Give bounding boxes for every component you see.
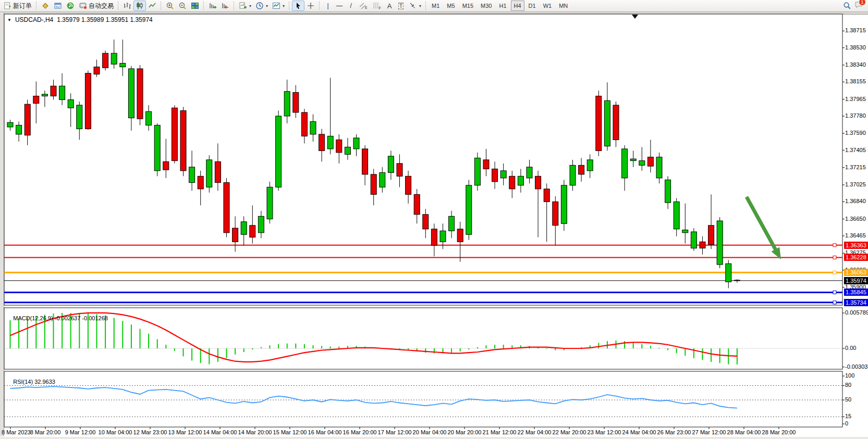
price-tick-label: 1.36465 xyxy=(845,232,866,239)
date-label: 14 Mar 04:00 xyxy=(203,429,237,435)
macd-label: MACD(12,26,9) -0.002637 -0.001268 xyxy=(7,309,108,328)
price-tick-label: 1.38155 xyxy=(845,78,866,84)
price-tick-label: 1.36840 xyxy=(845,198,866,204)
macd-axis-label: 0.00 xyxy=(845,345,856,351)
date-label: 16 Mar 20:00 xyxy=(343,429,377,435)
current-price-tag: 1.35974 xyxy=(844,277,868,284)
macd-main-value: -0.002637 xyxy=(55,315,81,321)
macd-axis-label: -0.003039 xyxy=(845,363,868,370)
level-price-tag[interactable]: 1.36063 xyxy=(844,269,868,276)
date-label: 10 Mar 04:00 xyxy=(99,429,132,435)
date-label: 26 Mar 23:00 xyxy=(657,429,691,435)
chart-symbol-period: USDCAD-,H4 xyxy=(15,16,53,23)
date-label: 8 Mar 20:00 xyxy=(30,429,61,435)
price-tick-label: 1.38340 xyxy=(845,61,866,68)
price-tick-label: 1.37405 xyxy=(845,147,866,153)
rsi-axis-label: 80 xyxy=(845,382,851,388)
rsi-value: 32.9633 xyxy=(34,379,55,385)
price-tick-label: 1.37215 xyxy=(845,164,866,170)
chart-canvas[interactable] xyxy=(0,0,868,439)
price-tick-label: 1.37780 xyxy=(845,112,866,119)
price-tick-label: 1.37965 xyxy=(845,96,866,102)
date-label: 20 Mar 20:00 xyxy=(448,429,482,435)
trading-platform-window: 新订单 自动交易 xyxy=(0,0,868,439)
rsi-axis-label: 0 xyxy=(845,420,848,427)
date-label: 28 Mar 04:00 xyxy=(727,429,761,435)
level-price-tag[interactable]: 1.35845 xyxy=(844,289,868,296)
date-label: 24 Mar 04:00 xyxy=(622,429,656,435)
date-label: 22 Mar 20:00 xyxy=(553,429,586,435)
level-price-tag[interactable]: 1.36363 xyxy=(844,242,868,249)
price-tick-label: 1.37025 xyxy=(845,181,866,187)
price-tick-label: 1.38530 xyxy=(845,44,866,51)
chevron-down-icon[interactable]: ▼ xyxy=(7,18,11,22)
date-label: 16 Mar 04:00 xyxy=(308,429,342,435)
date-label: 14 Mar 20:00 xyxy=(238,429,272,435)
macd-axis-label: 0.005789 xyxy=(845,309,868,316)
date-label: 23 Mar 12:00 xyxy=(588,429,621,435)
date-label: 15 Mar 12:00 xyxy=(273,429,307,435)
date-label: 28 Mar 20:00 xyxy=(762,429,796,435)
price-tick-label: 1.36650 xyxy=(845,216,866,222)
date-label: 12 Mar 23:00 xyxy=(133,429,167,435)
rsi-axis-label: 15 xyxy=(845,413,851,419)
price-tick-label: 1.37590 xyxy=(845,130,866,136)
level-price-tag[interactable]: 1.36228 xyxy=(844,254,868,261)
macd-signal-value: -0.001268 xyxy=(82,315,108,321)
date-label: 21 Mar 12:00 xyxy=(483,429,517,435)
date-label: 9 Mar 12:00 xyxy=(65,429,96,435)
date-label: 20 Mar 04:00 xyxy=(413,429,447,435)
price-tick-label: 1.38715 xyxy=(845,27,866,33)
rsi-label: RSI(14) 32.9633 xyxy=(7,372,55,391)
date-label: 8 Mar 2023 xyxy=(2,429,31,435)
date-label: 13 Mar 12:00 xyxy=(168,429,202,435)
date-label: 22 Mar 04:00 xyxy=(518,429,552,435)
chart-ohlc-values: 1.35979 1.35989 1.35951 1.35974 xyxy=(57,16,153,23)
date-label: 17 Mar 12:00 xyxy=(378,429,412,435)
date-label: 27 Mar 12:00 xyxy=(692,429,726,435)
rsi-axis-label: 100 xyxy=(845,372,854,379)
chart-title: ▼ USDCAD-,H4 1.35979 1.35989 1.35951 1.3… xyxy=(7,16,153,23)
level-price-tag[interactable]: 1.35734 xyxy=(844,299,868,306)
rsi-axis-label: 50 xyxy=(845,396,851,403)
